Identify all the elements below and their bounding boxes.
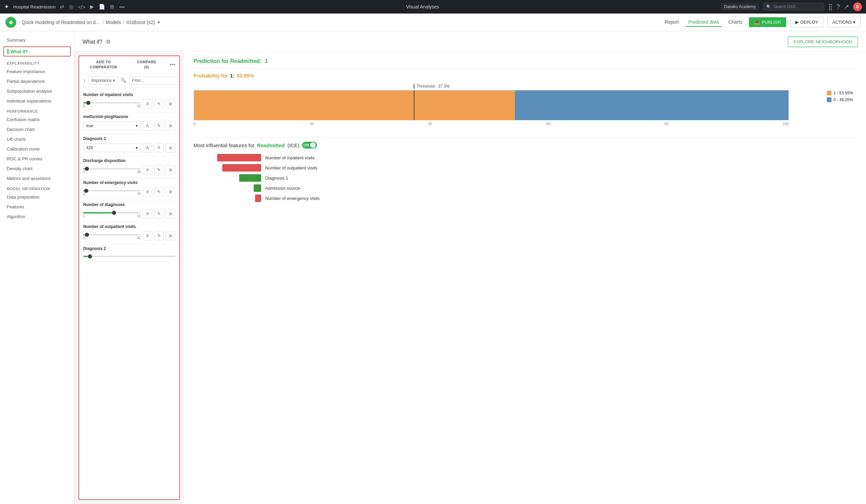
sidebar-item-algorithm[interactable]: Algorithm <box>0 212 74 222</box>
sidebar-item-features[interactable]: Features <box>0 202 74 212</box>
inpatient-reset-btn[interactable]: ⊘ <box>166 99 175 109</box>
explore-neighborhood-button[interactable]: EXPLORE NEIGHBORHOOD <box>788 36 858 47</box>
discharge-hash-btn[interactable]: # <box>143 165 152 175</box>
stats-icon[interactable]: ↗ <box>844 3 849 11</box>
sidebar-item-metrics[interactable]: Metrics and assertions <box>0 173 74 183</box>
feat-chart-5 <box>193 194 261 202</box>
doc-icon[interactable]: 📄 <box>99 4 105 10</box>
feature-bar-row-5: Number of emergency visits <box>193 194 856 202</box>
topbar-icons: ⇄ ◎ </> ▶ 📄 ⊞ ••• <box>60 4 124 10</box>
feature-controls-diagnosis2 <box>83 253 175 258</box>
emergency-slider-track[interactable] <box>83 190 141 191</box>
code-icon[interactable]: </> <box>78 4 86 10</box>
feature-list: Number of inpatient visits 021 # ✎ <box>79 88 179 499</box>
diagnoses-hash-btn[interactable]: # <box>143 209 152 219</box>
actions-button[interactable]: ACTIONS ▾ <box>828 17 861 27</box>
ice-toggle[interactable]: ON <box>302 142 317 148</box>
sidebar-item-subpopulation[interactable]: Subpopulation analysis <box>0 86 74 96</box>
metformin-text-btn[interactable]: A <box>143 121 152 131</box>
feature-controls-discharge: 128 # ✎ ⊘ <box>83 165 175 175</box>
tab-report[interactable]: Report <box>662 18 682 27</box>
ice-toggle-label: ON <box>303 143 309 147</box>
sidebar-item-calibration[interactable]: Calibration curve <box>0 144 74 154</box>
feat-bar-outpatient <box>222 164 261 171</box>
probability-bar-chart: Threshold - 37.5% 0 20 40 60 <box>193 84 789 127</box>
sidebar-item-roc-pr[interactable]: ROC & PR curves <box>0 154 74 164</box>
user-avatar[interactable]: D <box>853 2 862 11</box>
more-icon[interactable]: ••• <box>119 4 124 10</box>
search-bar[interactable]: 🔍 Search DSS... <box>763 3 824 11</box>
threshold-line <box>414 90 414 120</box>
sidebar-item-confusion-matrix[interactable]: Confusion matrix <box>0 115 74 124</box>
inpatient-edit-btn[interactable]: ✎ <box>154 99 164 109</box>
whatif-indicator <box>8 49 9 54</box>
divider-2 <box>193 137 856 138</box>
sidebar-item-individual-explanations[interactable]: Individual explanations <box>0 96 74 106</box>
sidebar-section-model-info: MODEL INFORMATION <box>0 183 74 192</box>
publish-button[interactable]: 📤 PUBLISH <box>749 17 786 27</box>
bar-orange <box>194 90 515 120</box>
target-icon[interactable]: ◎ <box>69 4 74 10</box>
filter-input[interactable] <box>129 77 180 85</box>
emergency-edit-btn[interactable]: ✎ <box>154 187 164 197</box>
sidebar-item-decision-chart[interactable]: Decision chart <box>0 124 74 134</box>
diagnoses-slider-track[interactable] <box>83 212 141 213</box>
metformin-dropdown[interactable]: true▾ <box>83 121 141 130</box>
discharge-reset-btn[interactable]: ⊘ <box>166 165 175 175</box>
ice-toggle-circle <box>310 143 315 148</box>
diagnoses-edit-btn[interactable]: ✎ <box>154 209 164 219</box>
feat-label-outpatient: Number of outpatient visits <box>265 165 317 170</box>
emergency-hash-btn[interactable]: # <box>143 187 152 197</box>
diagnosis2-slider-track[interactable] <box>83 256 175 257</box>
sidebar-item-whatif[interactable]: What if? <box>3 46 71 56</box>
outpatient-slider-track[interactable] <box>83 234 141 235</box>
feat-chart-4 <box>193 184 261 192</box>
legend-label-1: 1 - 53.95% <box>834 91 853 96</box>
diagnosis1-reset-btn[interactable]: ⊘ <box>166 143 175 153</box>
diagnosis1-dropdown[interactable]: 428▾ <box>83 143 141 152</box>
diagnoses-reset-btn[interactable]: ⊘ <box>166 209 175 219</box>
tab-predicted-data[interactable]: Predicted data <box>686 18 722 27</box>
inpatient-slider-track[interactable] <box>83 102 141 103</box>
breadcrumb: Quick modeling of Readmitted on d… / Mod… <box>22 20 160 25</box>
share-icon[interactable]: ⇄ <box>60 4 64 10</box>
legend-color-blue <box>827 98 832 102</box>
discharge-slider-track[interactable] <box>83 168 141 169</box>
search-placeholder: Search DSS... <box>773 4 799 9</box>
topbar-right: Dataiku Academy 🔍 Search DSS... ⣿ ? ↗ D <box>721 2 862 11</box>
grid-icon[interactable]: ⣿ <box>828 3 833 11</box>
sidebar-item-density-chart[interactable]: Density chart <box>0 164 74 173</box>
diagnosis1-text-btn[interactable]: A <box>143 143 152 153</box>
sidebar-item-data-prep[interactable]: Data preparation <box>0 192 74 202</box>
sidebar-item-feature-importance[interactable]: Feature importance <box>0 67 74 77</box>
overflow-menu-icon[interactable]: ••• <box>169 61 175 68</box>
feat-chart-3 <box>193 174 261 182</box>
sidebar-item-partial-dependence[interactable]: Partial dependence <box>0 77 74 86</box>
sidebar-item-summary[interactable]: Summary <box>0 35 74 45</box>
gear-icon[interactable]: ⚙ <box>106 38 111 45</box>
emergency-reset-btn[interactable]: ⊘ <box>166 187 175 197</box>
breadcrumb-models[interactable]: Models <box>106 20 121 25</box>
academy-label: Dataiku Academy <box>721 3 759 11</box>
main-layout: Summary What if? EXPLAINABILITY Feature … <box>0 31 866 504</box>
feature-name-emergency: Number of emergency visits <box>83 180 175 185</box>
outpatient-hash-btn[interactable]: # <box>143 231 152 240</box>
metformin-reset-btn[interactable]: ⊘ <box>166 121 175 131</box>
sidebar-item-lift-charts[interactable]: Lift charts <box>0 134 74 144</box>
panels: ADD TOCOMPARATOR COMPARE(0) ••• ↕ Import… <box>75 52 866 504</box>
breadcrumb-dropdown-icon[interactable]: ▾ <box>158 20 160 25</box>
deploy-button[interactable]: ▶ DEPLOY <box>790 17 823 27</box>
outpatient-edit-btn[interactable]: ✎ <box>154 231 164 240</box>
table-icon[interactable]: ⊞ <box>110 4 114 10</box>
inpatient-hash-btn[interactable]: # <box>143 99 152 109</box>
discharge-edit-btn[interactable]: ✎ <box>154 165 164 175</box>
diagnosis1-edit-btn[interactable]: ✎ <box>154 143 164 153</box>
topbar: ✦ Hospital Readmission ⇄ ◎ </> ▶ 📄 ⊞ •••… <box>0 0 866 13</box>
tab-charts[interactable]: Charts <box>725 18 745 27</box>
play-icon[interactable]: ▶ <box>90 4 94 10</box>
metformin-edit-btn[interactable]: ✎ <box>154 121 164 131</box>
sort-select[interactable]: Importance ▾ <box>88 77 118 85</box>
whatif-title-bar: What if? ⚙ <box>82 38 111 45</box>
help-icon[interactable]: ? <box>836 3 840 11</box>
outpatient-reset-btn[interactable]: ⊘ <box>166 231 175 240</box>
